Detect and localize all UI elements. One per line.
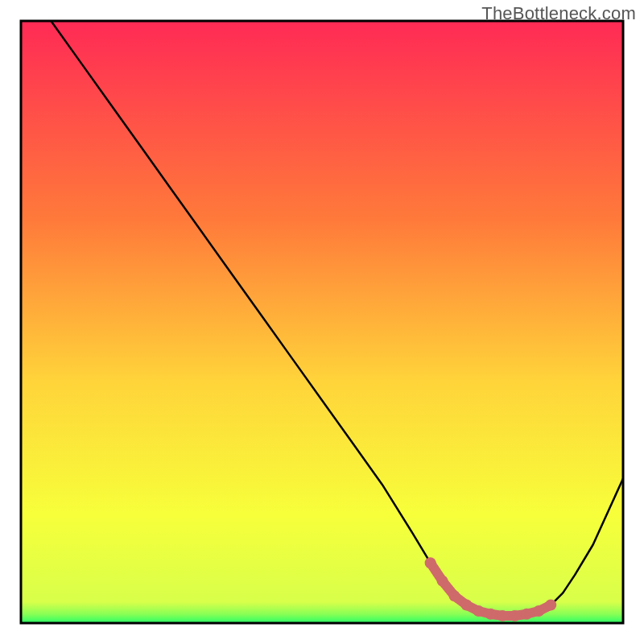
svg-point-7 [485,609,496,620]
svg-point-10 [521,609,532,620]
svg-point-11 [533,605,544,617]
chart-canvas [0,0,644,644]
watermark-text: TheBottleneck.com [481,3,636,24]
svg-rect-1 [21,21,623,623]
chart-frame: TheBottleneck.com [0,0,644,644]
svg-point-6 [473,605,484,617]
svg-point-5 [461,600,473,611]
svg-point-3 [437,576,448,587]
svg-point-8 [497,610,508,621]
svg-point-2 [425,557,436,568]
svg-point-9 [509,610,520,621]
svg-point-12 [545,600,556,611]
svg-point-4 [449,590,460,601]
